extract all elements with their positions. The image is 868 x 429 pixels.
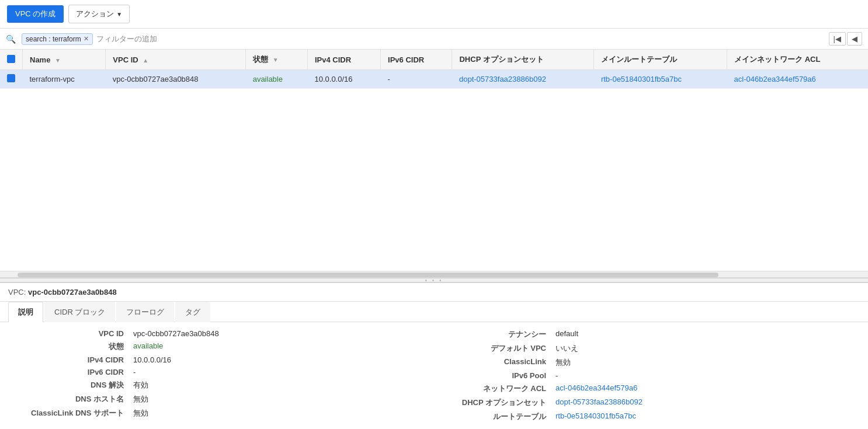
pagination-buttons: |◀ ◀ xyxy=(829,32,862,46)
detail-label: IPv6 Pool xyxy=(434,371,551,380)
col-name[interactable]: Name ▼ xyxy=(23,50,106,70)
resize-handle[interactable]: • • • xyxy=(0,278,868,282)
col-vpc-id[interactable]: VPC ID ▲ xyxy=(106,50,246,70)
detail-value: いいえ xyxy=(555,343,856,354)
tab-description[interactable]: 説明 xyxy=(8,302,43,322)
table-area: Name ▼ VPC ID ▲ 状態 ▼ IPv4 CIDR IPv6 CIDR xyxy=(0,50,868,271)
detail-value: 無効 xyxy=(133,394,434,404)
bottom-panel: VPC: vpc-0cbb0727ae3a0b848 説明CIDR ブロックフロ… xyxy=(0,282,868,429)
scrollbar-area[interactable] xyxy=(0,271,868,278)
detail-value: 10.0.0.0/16 xyxy=(133,355,434,364)
scrollbar-thumb[interactable] xyxy=(18,273,718,277)
col-network-acl: メインネットワーク ACL xyxy=(727,50,868,70)
chevron-down-icon: ▼ xyxy=(116,11,122,18)
sort-state-icon: ▼ xyxy=(273,57,279,63)
tab-flow_log[interactable]: フローログ xyxy=(116,302,174,322)
search-tag-text: search : terraform xyxy=(26,35,81,43)
actions-label: アクション xyxy=(76,9,114,19)
table-container: Name ▼ VPC ID ▲ 状態 ▼ IPv4 CIDR IPv6 CIDR xyxy=(0,50,868,271)
header-checkbox[interactable] xyxy=(0,50,23,70)
detail-label: DHCP オプションセット xyxy=(434,397,551,408)
pagination-first-button[interactable]: |◀ xyxy=(829,32,846,46)
detail-value: available xyxy=(133,341,434,352)
row-name: terraform-vpc xyxy=(23,70,106,89)
detail-value: - xyxy=(555,371,856,380)
detail-value: - xyxy=(133,368,434,376)
vpc-label: VPC: xyxy=(8,288,26,297)
sort-name-icon: ▼ xyxy=(55,57,61,64)
row-ipv4-cidr: 10.0.0.0/16 xyxy=(307,70,380,89)
row-state: available xyxy=(246,70,308,89)
detail-label: テナンシー xyxy=(434,329,551,340)
row-dhcp[interactable]: dopt-05733faa23886b092 xyxy=(452,70,594,89)
col-ipv4-cidr: IPv4 CIDR xyxy=(307,50,380,70)
table-row[interactable]: terraform-vpc vpc-0cbb0727ae3a0b848 avai… xyxy=(0,70,868,89)
col-state[interactable]: 状態 ▼ xyxy=(246,50,308,70)
detail-value[interactable]: acl-046b2ea344ef579a6 xyxy=(555,383,856,394)
row-ipv6-cidr: - xyxy=(381,70,452,89)
vpc-id-value: vpc-0cbb0727ae3a0b848 xyxy=(28,288,117,297)
detail-value[interactable]: dopt-05733faa23886b092 xyxy=(555,397,856,408)
detail-value: 無効 xyxy=(555,357,856,368)
detail-value: 無効 xyxy=(133,408,434,418)
detail-value[interactable]: rtb-0e51840301fb5a7bc xyxy=(555,411,856,422)
detail-label: VPC ID xyxy=(12,329,129,338)
detail-value: default xyxy=(555,329,856,340)
vpc-header: VPC: vpc-0cbb0727ae3a0b848 xyxy=(0,283,868,302)
detail-label: ネットワーク ACL xyxy=(434,383,551,394)
tab-tags[interactable]: タグ xyxy=(175,302,210,322)
detail-label: 状態 xyxy=(12,341,129,352)
main-content: VPC の作成 アクション ▼ 🔍 search : terraform ✕ フ… xyxy=(0,0,868,429)
select-all-checkbox[interactable] xyxy=(7,55,15,63)
search-tag[interactable]: search : terraform ✕ xyxy=(22,33,93,45)
row-route-table[interactable]: rtb-0e51840301fb5a7bc xyxy=(594,70,727,89)
add-filter-label: フィルターの追加 xyxy=(96,34,157,44)
actions-button[interactable]: アクション ▼ xyxy=(68,5,130,23)
detail-value: vpc-0cbb0727ae3a0b848 xyxy=(133,329,434,338)
detail-label: DNS 解決 xyxy=(12,380,129,390)
details-left-col: VPC IDvpc-0cbb0727ae3a0b848状態availableIP… xyxy=(12,329,434,422)
detail-label: ルートテーブル xyxy=(434,411,551,422)
detail-label: IPv4 CIDR xyxy=(12,355,129,364)
detail-label: ClassicLink xyxy=(434,357,551,368)
create-vpc-button[interactable]: VPC の作成 xyxy=(7,5,64,23)
col-route-table: メインルートテーブル xyxy=(594,50,727,70)
col-ipv6-cidr: IPv6 CIDR xyxy=(381,50,452,70)
details-right-col: テナンシーdefaultデフォルト VPCいいえClassicLink無効IPv… xyxy=(434,329,856,422)
row-checkbox[interactable] xyxy=(0,70,23,89)
table-header-row: Name ▼ VPC ID ▲ 状態 ▼ IPv4 CIDR IPv6 CIDR xyxy=(0,50,868,70)
search-bar: 🔍 search : terraform ✕ フィルターの追加 |◀ ◀ xyxy=(0,29,868,50)
sort-vpcid-icon: ▲ xyxy=(143,57,148,64)
toolbar: VPC の作成 アクション ▼ xyxy=(0,0,868,29)
tab-cidr_block[interactable]: CIDR ブロック xyxy=(44,302,115,322)
search-tag-close-icon[interactable]: ✕ xyxy=(84,35,89,43)
row-select-checkbox[interactable] xyxy=(7,74,15,82)
search-icon: 🔍 xyxy=(6,34,16,44)
detail-label: IPv6 CIDR xyxy=(12,368,129,376)
detail-label: DNS ホスト名 xyxy=(12,394,129,404)
pagination-prev-button[interactable]: ◀ xyxy=(847,32,862,46)
table-body: terraform-vpc vpc-0cbb0727ae3a0b848 avai… xyxy=(0,70,868,89)
row-vpc-id: vpc-0cbb0727ae3a0b848 xyxy=(106,70,246,89)
detail-value: 有効 xyxy=(133,380,434,390)
vpc-table: Name ▼ VPC ID ▲ 状態 ▼ IPv4 CIDR IPv6 CIDR xyxy=(0,50,868,89)
detail-label: ClassicLink DNS サポート xyxy=(12,408,129,418)
detail-label: デフォルト VPC xyxy=(434,343,551,354)
row-network-acl[interactable]: acl-046b2ea344ef579a6 xyxy=(727,70,868,89)
col-dhcp: DHCP オプションセット xyxy=(452,50,594,70)
details-grid: VPC IDvpc-0cbb0727ae3a0b848状態availableIP… xyxy=(0,322,868,429)
tabs-container: 説明CIDR ブロックフローログタグ xyxy=(0,302,868,322)
